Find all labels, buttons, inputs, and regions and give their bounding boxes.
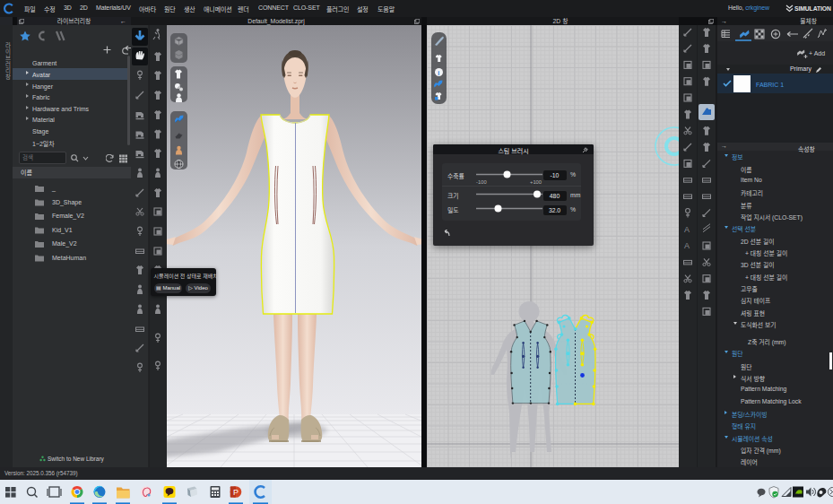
svg-text:i: i	[438, 69, 439, 75]
svg-text:P: P	[233, 488, 239, 497]
svg-text:A: A	[684, 225, 690, 234]
svg-text:A: A	[684, 241, 690, 250]
